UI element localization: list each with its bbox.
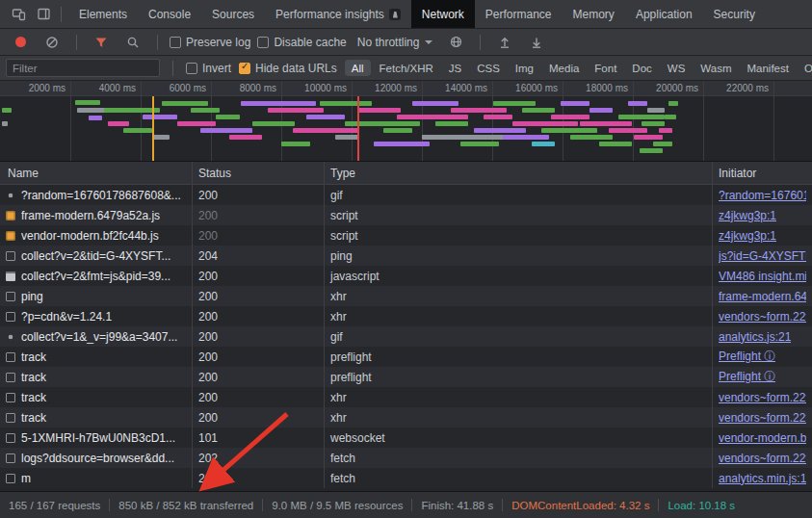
filter-pill-css[interactable]: CSS	[470, 60, 507, 76]
table-row[interactable]: collect?v=2&tid=G-4XYSFT...204pingjs?id=…	[0, 246, 812, 266]
overview-waterfall	[0, 96, 812, 161]
initiator-link[interactable]: js?id=G-4XYSFTB...	[719, 249, 806, 263]
filter-pill-all[interactable]: All	[345, 60, 371, 76]
waterfall-bar	[668, 101, 678, 106]
tab-performance-insights[interactable]: Performance insights	[265, 0, 411, 28]
search-button[interactable]	[120, 31, 145, 54]
preserve-log-checkbox[interactable]: Preserve log	[170, 36, 250, 49]
request-name-cell: vendor-modern.bf2fc44b.js	[0, 225, 193, 246]
initiator-link[interactable]: Preflight ⓘ	[719, 349, 775, 365]
invert-checkbox[interactable]: Invert	[186, 62, 231, 75]
invert-label: Invert	[202, 62, 231, 75]
initiator-link[interactable]: vendor-modern.bf...	[719, 431, 806, 445]
table-row[interactable]: track200xhrvendors~form.22f...	[0, 407, 812, 427]
hide-data-urls-checkbox[interactable]: Hide data URLs	[239, 62, 337, 75]
column-header-status[interactable]: Status	[193, 162, 325, 184]
initiator-link[interactable]: analytics.min.js:1	[719, 472, 806, 485]
import-har-button[interactable]	[492, 31, 517, 54]
type-cell: gif	[325, 326, 713, 347]
table-row[interactable]: track200preflightPreflight ⓘ	[0, 347, 812, 367]
tab-console[interactable]: Console	[138, 0, 201, 28]
disable-cache-checkbox[interactable]: Disable cache	[257, 36, 346, 49]
waterfall-bar	[374, 142, 430, 146]
throttling-select[interactable]: No throttling	[354, 36, 437, 49]
overview-gridline	[492, 81, 493, 161]
column-header-name[interactable]: Name	[0, 162, 193, 184]
doc-icon	[6, 352, 15, 362]
table-row[interactable]: track200preflightPreflight ⓘ	[0, 367, 812, 387]
table-row[interactable]: collect?v=1&_v=j99&a=3407...200gifanalyt…	[0, 326, 812, 347]
doc-filled-icon	[6, 272, 15, 281]
clear-button[interactable]	[39, 31, 65, 54]
column-header-type[interactable]: Type	[325, 162, 713, 184]
filter-pill-media[interactable]: Media	[542, 60, 586, 76]
table-row[interactable]: logs?ddsource=browser&dd...202fetchvendo…	[0, 448, 812, 468]
filter-pill-other[interactable]: Other	[798, 60, 812, 76]
tab-memory[interactable]: Memory	[563, 0, 625, 28]
filter-pill-img[interactable]: Img	[509, 60, 540, 76]
tab-application[interactable]: Application	[625, 0, 703, 28]
network-overview[interactable]: 2000 ms4000 ms6000 ms8000 ms10000 ms1200…	[0, 81, 812, 162]
waterfall-bar	[75, 100, 100, 105]
checkbox-unchecked-icon	[186, 63, 197, 74]
table-row[interactable]: 5-1XMHRI-h7BwU0NB3cD1...101websocketvend…	[0, 427, 812, 448]
filter-pill-js[interactable]: JS	[442, 60, 468, 76]
filter-pill-fetch-xhr[interactable]: Fetch/XHR	[373, 60, 440, 76]
initiator-link[interactable]: ?random=167601...	[719, 189, 806, 202]
initiator-cell: z4jkwg3p:1	[713, 225, 812, 246]
table-row[interactable]: ?random=16760178687608&...200gif?random=…	[0, 185, 812, 205]
request-name-cell: m	[0, 468, 193, 488]
initiator-link[interactable]: z4jkwg3p:1	[719, 229, 776, 243]
tab-network[interactable]: Network	[411, 0, 475, 28]
record-button[interactable]	[8, 31, 33, 54]
table-row[interactable]: track200xhrvendors~form.22f...	[0, 387, 812, 407]
initiator-link[interactable]: vendors~form.22f...	[719, 391, 806, 404]
table-row[interactable]: ?p=cdn&v=1.24.1200xhrvendors~form.22f...	[0, 306, 812, 326]
table-row[interactable]: m200fetchanalytics.min.js:1	[0, 468, 812, 488]
tab-elements[interactable]: Elements	[68, 0, 138, 28]
filter-toggle-button[interactable]	[89, 31, 114, 54]
initiator-link[interactable]: vendors~form.22f...	[719, 310, 806, 324]
column-header-initiator[interactable]: Initiator	[713, 162, 812, 184]
table-row[interactable]: collect?v=2&fmt=js&pid=39...200javascrip…	[0, 266, 812, 286]
initiator-link[interactable]: frame-modern.647...	[719, 290, 806, 303]
toolbar-separator	[61, 7, 62, 22]
tab-security[interactable]: Security	[703, 0, 766, 28]
dcl-marker-line	[152, 96, 154, 161]
initiator-link[interactable]: VM486 insight.mi...	[719, 270, 806, 283]
checkbox-unchecked-icon	[170, 37, 181, 48]
filter-pill-wasm[interactable]: Wasm	[694, 60, 738, 76]
table-row[interactable]: vendor-modern.bf2fc44b.js200scriptz4jkwg…	[0, 225, 812, 246]
tab-sources[interactable]: Sources	[201, 0, 265, 28]
tab-performance[interactable]: Performance	[475, 0, 563, 28]
dock-side-button[interactable]	[31, 3, 56, 26]
initiator-link[interactable]: vendors~form.22f...	[719, 452, 806, 465]
filter-pill-font[interactable]: Font	[588, 60, 623, 76]
doc-icon	[6, 393, 15, 402]
filter-input[interactable]	[6, 59, 160, 77]
request-name: frame-modern.6479a52a.js	[21, 209, 160, 222]
export-har-button[interactable]	[524, 31, 549, 54]
initiator-link[interactable]: vendors~form.22f...	[719, 411, 806, 425]
overview-time-label: 20000 ms	[656, 83, 698, 93]
initiator-link[interactable]: Preflight ⓘ	[719, 369, 775, 385]
table-row[interactable]: ping200xhrframe-modern.647...	[0, 286, 812, 306]
script-icon	[6, 231, 15, 241]
resource-filter-pills: AllFetch/XHRJSCSSImgMediaFontDocWSWasmMa…	[345, 60, 812, 76]
initiator-link[interactable]: z4jkwg3p:1	[719, 209, 776, 222]
initiator-cell: Preflight ⓘ	[713, 367, 812, 387]
status-cell: 200	[193, 306, 325, 326]
network-conditions-button[interactable]	[443, 31, 468, 54]
initiator-cell: VM486 insight.mi...	[713, 266, 812, 286]
filter-pill-doc[interactable]: Doc	[625, 60, 658, 76]
initiator-cell: js?id=G-4XYSFTB...	[713, 246, 812, 266]
table-row[interactable]: frame-modern.6479a52a.js200scriptz4jkwg3…	[0, 205, 812, 225]
filter-pill-manifest[interactable]: Manifest	[741, 60, 796, 76]
waterfall-bar	[512, 121, 578, 126]
initiator-link[interactable]: analytics.js:21	[719, 330, 791, 344]
waterfall-bar	[609, 128, 647, 133]
filter-pill-ws[interactable]: WS	[661, 60, 693, 76]
device-toolbar-button[interactable]	[6, 3, 31, 26]
device-toolbar-icon	[12, 7, 26, 21]
dock-side-icon	[37, 7, 51, 21]
